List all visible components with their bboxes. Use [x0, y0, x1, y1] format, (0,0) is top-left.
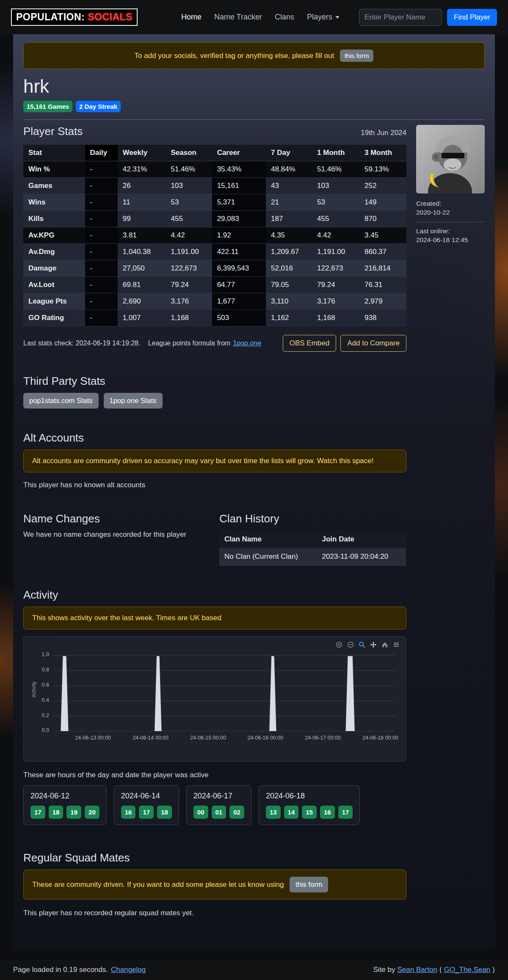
stat-value-cell: 53 — [312, 194, 359, 211]
footer: Page loaded in 0.19 seconds. Changelog S… — [0, 960, 508, 980]
stat-value-cell: - — [85, 293, 118, 310]
zoom-in-icon[interactable] — [336, 641, 342, 648]
name-clan-section: Name Changes We have no name changes rec… — [23, 512, 406, 566]
stat-value-cell: 99 — [118, 211, 166, 227]
activity-card-date: 2024-06-17 — [193, 792, 244, 801]
paren-open: ( — [439, 966, 442, 974]
player-stats-section: Player Stats 19th Jun 2024 Stat Daily We… — [23, 125, 485, 352]
activity-card: 2024-06-14 161718 — [114, 785, 179, 825]
x-tick: 24-06-17 00:00 — [305, 735, 341, 741]
author-link[interactable]: Sean Barton — [398, 966, 438, 974]
col-7day: 7 Day — [266, 145, 312, 161]
stat-name-cell: Av.Dmg — [23, 244, 85, 260]
stat-value-cell: 51.46% — [166, 161, 212, 178]
stat-value-cell: 79.24 — [166, 277, 212, 293]
footer-left: Page loaded in 0.19 seconds. Changelog — [13, 966, 146, 974]
clan-table-header-row: Clan Name Join Date — [219, 531, 406, 548]
stat-value-cell: 3,110 — [266, 293, 312, 310]
zoom-icon[interactable] — [359, 641, 365, 648]
stat-value-cell: 29,083 — [212, 211, 266, 227]
nav-clans[interactable]: Clans — [270, 9, 299, 25]
stat-value-cell: 59.13% — [359, 161, 406, 178]
find-player-button[interactable]: Find Player — [447, 9, 497, 26]
player-avatar-image — [416, 125, 485, 193]
name-changes-column: Name Changes We have no name changes rec… — [23, 512, 219, 566]
stat-value-cell: 35.43% — [212, 161, 266, 178]
stats-table-row: Kills-9945529,083187455870 — [23, 211, 406, 227]
stat-value-cell: 4.42 — [312, 227, 359, 244]
stat-value-cell: 122,673 — [166, 260, 212, 277]
changelog-link[interactable]: Changelog — [111, 966, 146, 974]
stat-value-cell: 216,814 — [359, 260, 406, 277]
1pop-one-stats-button[interactable]: 1pop.one Stats — [104, 393, 163, 409]
player-meta: Created: 2020-10-22 Last online: 2024-06… — [416, 199, 485, 245]
stats-table-row: Av.Dmg-1,040.381,191.00422.111,209.671,1… — [23, 244, 406, 260]
stats-table-header-row: Stat Daily Weekly Season Career 7 Day 1 … — [23, 145, 406, 161]
col-career: Career — [212, 145, 266, 161]
stat-value-cell: 1,168 — [312, 310, 359, 326]
stat-value-cell: 4.42 — [166, 227, 212, 244]
player-stats-tbody: Win %-42.31%51.46%35.43%48.84%51.46%59.1… — [23, 161, 406, 326]
pan-icon[interactable] — [370, 641, 377, 648]
hour-badge: 17 — [30, 806, 45, 819]
x-tick: 24-06-13 00:00 — [75, 735, 111, 741]
x-tick: 24-06-15 00:00 — [190, 735, 226, 741]
stat-value-cell: 503 — [212, 310, 266, 326]
nav-home[interactable]: Home — [176, 9, 207, 25]
nav-name-tracker[interactable]: Name Tracker — [209, 9, 267, 25]
menu-icon[interactable] — [393, 641, 400, 648]
stat-value-cell: 6,399,543 — [212, 260, 266, 277]
brand-population: POPULATION: — [16, 11, 85, 22]
hour-badge: 00 — [193, 806, 208, 819]
stat-value-cell: 3,176 — [312, 293, 359, 310]
stat-value-cell: 1,191.00 — [166, 244, 212, 260]
stats-table-row: Win %-42.31%51.46%35.43%48.84%51.46%59.1… — [23, 161, 406, 178]
socials-form-button[interactable]: this form — [340, 50, 374, 62]
activity-card-date: 2024-06-14 — [121, 792, 172, 801]
player-stats-table: Stat Daily Weekly Season Career 7 Day 1 … — [23, 145, 406, 326]
stats-main-column: Player Stats 19th Jun 2024 Stat Daily We… — [23, 125, 406, 352]
add-to-compare-button[interactable]: Add to Compare — [340, 335, 406, 352]
hour-badge: 19 — [66, 806, 81, 819]
stat-value-cell: 149 — [359, 194, 406, 211]
player-search-input[interactable] — [359, 9, 442, 26]
pop1stats-button[interactable]: pop1stats.com Stats — [23, 393, 99, 409]
squad-form-button[interactable]: this form — [290, 877, 328, 892]
stats-table-row: Av.KPG-3.814.421.924.354.423.45 — [23, 227, 406, 244]
stat-value-cell: 26 — [118, 178, 166, 194]
stat-name-cell: Games — [23, 178, 85, 194]
clan-history-table: Clan Name Join Date No Clan (Current Cla… — [219, 531, 406, 566]
stat-value-cell: 422.11 — [212, 244, 266, 260]
col-daily: Daily — [85, 145, 118, 161]
activity-card: 2024-06-18 1314151617 — [259, 785, 360, 825]
clan-history-heading: Clan History — [219, 512, 406, 525]
1pop-one-link[interactable]: 1pop.one — [233, 340, 261, 347]
last-online-value: 2024-06-18 12:45 — [416, 236, 485, 245]
zoom-out-icon[interactable] — [347, 641, 354, 648]
activity-series — [53, 656, 395, 731]
obs-embed-button[interactable]: OBS Embed — [283, 335, 337, 352]
author-handle-link[interactable]: GO_The.Sean — [444, 966, 491, 974]
player-stats-heading: Player Stats — [23, 125, 83, 138]
formula-prefix: League points formula from — [148, 340, 231, 347]
stat-value-cell: 69.81 — [118, 277, 166, 293]
stat-value-cell: 11 — [118, 194, 166, 211]
home-icon[interactable] — [381, 641, 388, 648]
stat-value-cell: 4.35 — [266, 227, 312, 244]
stats-table-row: Av.Loot-69.8179.2464.7779.0579.2476.31 — [23, 277, 406, 293]
activity-heading: Activity — [23, 588, 406, 602]
stat-value-cell: 1,677 — [212, 293, 266, 310]
stat-value-cell: - — [85, 178, 118, 194]
activity-hours-note: These are hours of the day and date the … — [23, 771, 406, 779]
activity-plot[interactable] — [53, 655, 395, 732]
stat-value-cell: 53 — [166, 194, 212, 211]
stat-value-cell: 1,162 — [266, 310, 312, 326]
col-stat: Stat — [23, 145, 85, 161]
stat-value-cell: 3.45 — [359, 227, 406, 244]
site-logo[interactable]: POPULATION:SOCIALS — [11, 8, 138, 26]
divider — [416, 222, 485, 222]
socials-alert: To add your socials, verified tag or any… — [23, 42, 485, 69]
nav-players-dropdown[interactable]: Players — [302, 9, 345, 25]
hour-badge: 16 — [121, 806, 136, 819]
stat-value-cell: - — [85, 194, 118, 211]
